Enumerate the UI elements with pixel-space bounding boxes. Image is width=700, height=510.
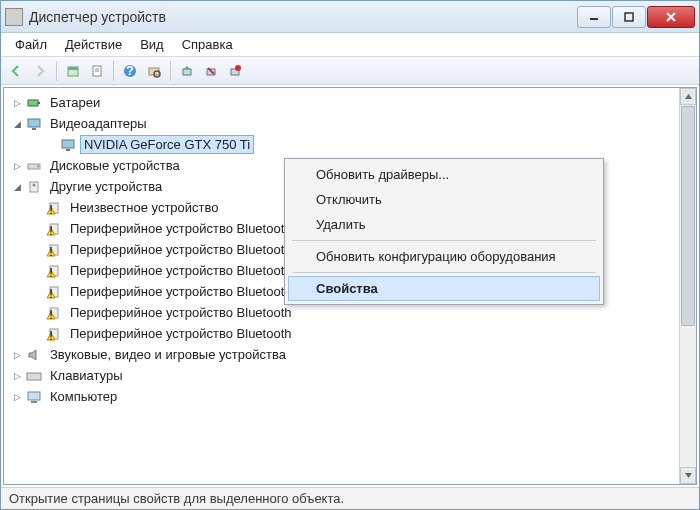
svg-text:!: ! [49, 306, 53, 321]
expand-icon[interactable]: ▷ [10, 369, 24, 383]
node-label: Неизвестное устройство [66, 198, 223, 217]
node-label: Другие устройства [46, 177, 166, 196]
svg-rect-44 [28, 392, 40, 400]
ctx-separator-2 [292, 272, 596, 273]
disable-button[interactable] [224, 60, 246, 82]
ctx-disable[interactable]: Отключить [288, 187, 600, 212]
node-label: Клавиатуры [46, 366, 127, 385]
menubar: Файл Действие Вид Справка [1, 33, 699, 57]
device-manager-window: Диспетчер устройств Файл Действие Вид Сп… [0, 0, 700, 510]
scan-button[interactable] [143, 60, 165, 82]
tree-node-computer[interactable]: ▷ Компьютер [6, 386, 694, 407]
collapse-icon[interactable]: ◢ [10, 117, 24, 131]
nav-forward-button[interactable] [29, 60, 51, 82]
status-text: Открытие страницы свойств для выделенног… [9, 491, 344, 506]
warning-device-icon: ! [46, 242, 62, 258]
minimize-button[interactable] [577, 6, 611, 28]
scroll-up-button[interactable] [680, 88, 696, 105]
tree-node-sound[interactable]: ▷ Звуковые, видео и игровые устройства [6, 344, 694, 365]
app-icon [5, 8, 23, 26]
ctx-scan-hardware[interactable]: Обновить конфигурацию оборудования [288, 244, 600, 269]
update-driver-button[interactable] [176, 60, 198, 82]
scroll-thumb[interactable] [681, 106, 695, 326]
menu-help[interactable]: Справка [174, 35, 241, 54]
tree-node-display-adapters[interactable]: ◢ Видеоадаптеры [6, 113, 694, 134]
toolbar-separator-3 [170, 61, 171, 81]
menu-view[interactable]: Вид [132, 35, 172, 54]
expand-icon[interactable]: ▷ [10, 96, 24, 110]
computer-icon [26, 389, 42, 405]
node-label: Периферийное устройство Bluetooth [66, 219, 296, 238]
svg-text:?: ? [126, 64, 134, 78]
svg-text:!: ! [49, 222, 53, 237]
node-label: Периферийное устройство Bluetooth [66, 282, 296, 301]
svg-rect-45 [31, 401, 37, 403]
maximize-button[interactable] [612, 6, 646, 28]
warning-device-icon: ! [46, 221, 62, 237]
menu-action[interactable]: Действие [57, 35, 130, 54]
vertical-scrollbar[interactable] [679, 88, 696, 484]
node-label: Видеоадаптеры [46, 114, 151, 133]
node-label: Периферийное устройство Bluetooth [66, 240, 296, 259]
content-area: ▷ Батареи ◢ Видеоадаптеры [1, 85, 699, 487]
titlebar: Диспетчер устройств [1, 1, 699, 33]
node-label: Периферийное устройство Bluetooth [66, 261, 296, 280]
ctx-separator [292, 240, 596, 241]
svg-text:!: ! [49, 264, 53, 279]
node-label: Периферийное устройство Bluetooth [66, 324, 296, 343]
keyboard-icon [26, 368, 42, 384]
toolbar-separator-2 [113, 61, 114, 81]
expand-icon[interactable]: ▷ [10, 390, 24, 404]
collapse-icon[interactable]: ◢ [10, 180, 24, 194]
toolbar: ? [1, 57, 699, 85]
svg-rect-21 [32, 128, 36, 130]
node-label: Батареи [46, 93, 104, 112]
close-button[interactable] [647, 6, 695, 28]
warning-device-icon: ! [46, 200, 62, 216]
node-label: Дисковые устройства [46, 156, 184, 175]
show-hidden-button[interactable] [62, 60, 84, 82]
node-label: Периферийное устройство Bluetooth [66, 303, 296, 322]
ctx-remove[interactable]: Удалить [288, 212, 600, 237]
svg-rect-42 [27, 373, 41, 380]
expand-icon[interactable]: ▷ [10, 159, 24, 173]
tree-container[interactable]: ▷ Батареи ◢ Видеоадаптеры [3, 87, 697, 485]
toolbar-separator [56, 61, 57, 81]
monitor-icon [26, 116, 42, 132]
tree-node-batteries[interactable]: ▷ Батареи [6, 92, 694, 113]
svg-rect-23 [66, 149, 70, 151]
svg-rect-13 [183, 69, 191, 75]
svg-text:!: ! [49, 243, 53, 258]
svg-text:!: ! [49, 327, 53, 342]
battery-icon [26, 95, 42, 111]
svg-text:!: ! [49, 285, 53, 300]
window-buttons [577, 6, 695, 28]
tree-node-gpu[interactable]: NVIDIA GeForce GTX 750 Ti [26, 134, 694, 155]
menu-file[interactable]: Файл [7, 35, 55, 54]
svg-rect-20 [28, 119, 40, 127]
uninstall-button[interactable] [200, 60, 222, 82]
scroll-down-button[interactable] [680, 467, 696, 484]
drive-icon [26, 158, 42, 174]
nav-back-button[interactable] [5, 60, 27, 82]
svg-point-27 [33, 183, 36, 186]
svg-rect-22 [62, 140, 74, 148]
svg-rect-5 [68, 67, 78, 70]
expand-icon[interactable]: ▷ [10, 348, 24, 362]
context-menu: Обновить драйверы... Отключить Удалить О… [284, 158, 604, 305]
device-icon [26, 179, 42, 195]
help-button[interactable]: ? [119, 60, 141, 82]
properties-button[interactable] [86, 60, 108, 82]
svg-rect-1 [625, 13, 633, 21]
tree-node-bt-6[interactable]: ! Периферийное устройство Bluetooth [26, 323, 694, 344]
tree-node-keyboards[interactable]: ▷ Клавиатуры [6, 365, 694, 386]
svg-text:!: ! [49, 201, 53, 216]
node-label: Компьютер [46, 387, 121, 406]
svg-rect-19 [38, 102, 40, 104]
warning-device-icon: ! [46, 263, 62, 279]
warning-device-icon: ! [46, 284, 62, 300]
monitor-icon [60, 137, 76, 153]
ctx-properties[interactable]: Свойства [288, 276, 600, 301]
tree-node-bt-5[interactable]: ! Периферийное устройство Bluetooth [26, 302, 694, 323]
ctx-update-drivers[interactable]: Обновить драйверы... [288, 162, 600, 187]
